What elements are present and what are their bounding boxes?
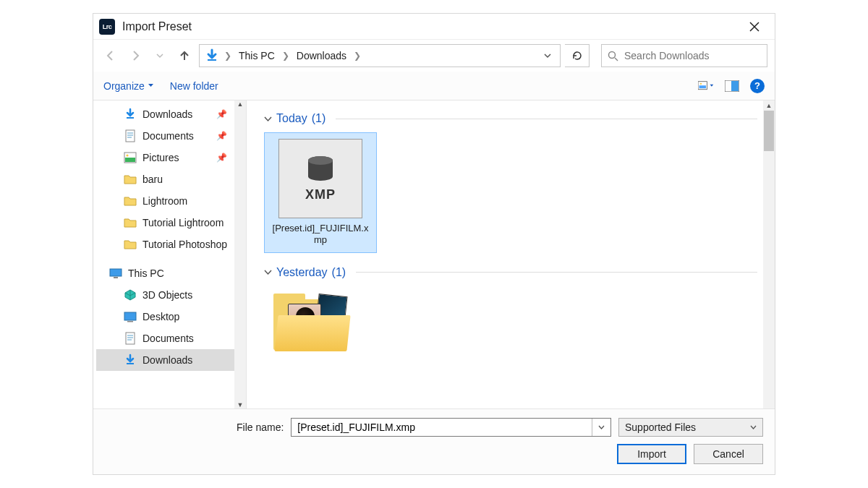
folder-item[interactable] [264,286,358,359]
refresh-button[interactable] [565,44,590,67]
sidebar-item-label: Desktop [142,311,179,322]
breadcrumb-bar[interactable]: ❯ This PC ❯ Downloads ❯ [199,44,561,67]
svg-rect-16 [126,333,135,344]
arrow-right-icon [129,49,142,62]
pin-icon: 📌 [216,153,227,163]
breadcrumb-dropdown[interactable] [544,52,556,59]
sidebar-item-label: baru [142,174,163,185]
import-preset-dialog: Lrc Import Preset ❯ This PC ❯ Downloads … [93,13,775,475]
pin-icon: 📌 [216,131,227,141]
search-icon [608,51,618,61]
file-type-label: XMP [305,187,336,202]
svg-point-4 [700,82,702,84]
chevron-right-icon: ❯ [281,51,291,61]
folder-icon [124,238,137,251]
refresh-icon [571,50,583,61]
sidebar-item-label: Downloads [142,108,192,120]
dialog-footer: File name: Supported Files Import Cancel [93,408,775,474]
sidebar-item-desktop[interactable]: Desktop [96,306,246,328]
toolbar: Organize New folder ? [93,72,775,100]
file-type-select[interactable]: Supported Files [618,418,763,437]
import-button[interactable]: Import [617,444,686,464]
group-label: Yesterday [276,266,328,279]
breadcrumb-downloads[interactable]: Downloads [294,50,349,61]
svg-rect-10 [125,158,135,162]
filename-dropdown[interactable] [592,419,610,436]
sidebar-item-downloads-qa[interactable]: Downloads 📌 [96,103,246,125]
svg-rect-8 [126,130,135,142]
new-folder-button[interactable]: New folder [170,80,218,92]
document-icon [124,332,137,345]
sidebar-item-label: Pictures [142,152,179,163]
breadcrumb-this-pc[interactable]: This PC [236,50,278,61]
file-type-label: Supported Files [625,421,696,433]
search-input[interactable] [624,50,761,61]
sidebar-item-baru[interactable]: baru [96,168,246,190]
folder-icon [124,194,137,207]
forward-button[interactable] [125,46,145,66]
group-yesterday[interactable]: Yesterday (1) [264,266,757,279]
svg-rect-6 [731,81,739,91]
content-scrollbar[interactable]: ▲ [763,100,775,408]
sidebar-item-downloads[interactable]: Downloads [96,349,246,371]
sidebar-item-3d-objects[interactable]: 3D Objects [96,284,246,306]
desktop-icon [124,310,137,323]
chevron-down-icon [544,52,551,59]
organize-menu[interactable]: Organize [103,80,154,92]
sidebar-item-label: Lightroom [142,195,187,207]
window-title: Import Preset [122,20,740,33]
close-button[interactable] [740,14,769,40]
dialog-body: Downloads 📌 Documents 📌 Pictures 📌 [93,100,775,408]
sidebar-item-tutorial-photoshop[interactable]: Tutorial Photoshop [96,234,246,255]
file-name-label: [Preset.id]_FUJIFILM.xmp [271,223,370,247]
group-today[interactable]: Today (1) [264,112,757,125]
filename-combobox[interactable] [291,418,611,437]
thumbnails-icon [698,80,714,92]
sidebar-item-tutorial-lightroom[interactable]: Tutorial Lightroom [96,212,246,234]
chevron-down-icon [750,424,757,431]
file-list-area[interactable]: Today (1) XMP [Preset.id]_FUJI [247,100,775,408]
sidebar-item-pictures-qa[interactable]: Pictures 📌 [96,147,246,168]
up-button[interactable] [174,46,195,66]
thispc-icon [109,267,122,280]
nav-row: ❯ This PC ❯ Downloads ❯ [93,40,775,72]
scroll-thumb[interactable] [764,111,774,151]
file-item-selected[interactable]: XMP [Preset.id]_FUJIFILM.xmp [264,132,377,253]
view-mode-button[interactable] [698,80,714,93]
help-button[interactable]: ? [750,79,765,93]
preview-pane-button[interactable] [724,80,740,93]
divider [336,119,757,119]
sidebar-item-label: Tutorial Lightroom [142,217,224,228]
search-box[interactable] [601,44,767,67]
folder-icon [124,173,137,186]
cancel-button[interactable]: Cancel [694,444,763,464]
download-icon [124,108,137,121]
sidebar-item-documents[interactable]: Documents [96,328,246,349]
pictures-icon [124,151,137,164]
chevron-right-icon: ❯ [223,51,233,61]
svg-rect-15 [127,321,133,322]
sidebar-scrollbar[interactable]: ▲ ▼ [234,100,246,408]
divider [356,272,757,273]
back-button[interactable] [101,46,121,66]
chevron-down-icon [264,268,272,276]
folder-thumbnail-icon [273,294,349,351]
sidebar-item-label: Documents [142,333,194,344]
recent-dropdown[interactable] [150,46,170,66]
sidebar-item-lightroom[interactable]: Lightroom [96,190,246,212]
xmp-file-icon: XMP [278,139,362,218]
svg-point-11 [126,154,128,156]
sidebar-item-documents-qa[interactable]: Documents 📌 [96,125,246,147]
filename-input[interactable] [292,419,592,436]
chevron-down-icon [156,52,163,59]
chevron-right-icon: ❯ [352,51,362,61]
svg-rect-0 [208,59,216,61]
pin-icon: 📌 [216,109,227,119]
arrow-up-icon [178,49,191,62]
sidebar-item-label: Tutorial Photoshop [142,239,227,250]
group-count: (1) [312,112,326,125]
lrc-app-icon: Lrc [99,19,115,35]
svg-rect-13 [114,277,118,278]
sidebar-item-this-pc[interactable]: This PC [96,262,246,284]
3d-objects-icon [124,288,137,301]
